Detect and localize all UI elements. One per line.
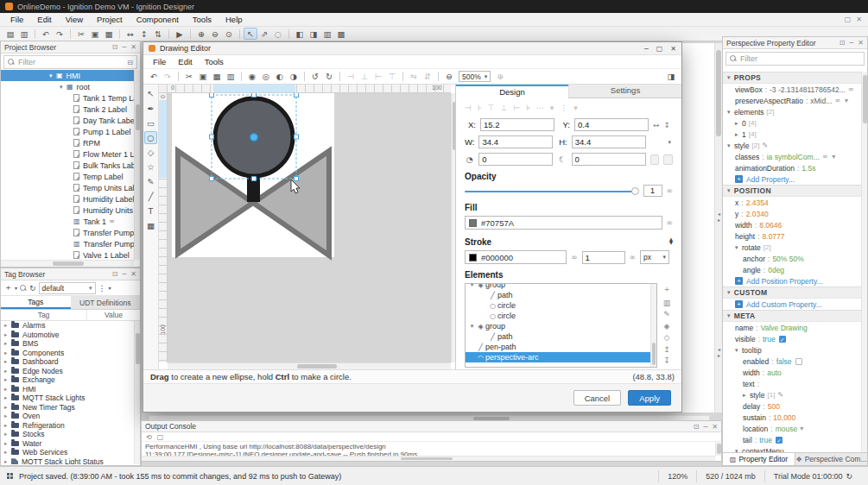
add-property-row[interactable]: +Add Custom Property... [723,299,861,310]
pointer-icon[interactable]: ↖ [244,28,257,40]
tag-folder-row[interactable]: ▸Stocks [1,430,134,439]
height-input[interactable] [572,135,646,148]
undo-icon[interactable]: ↶ [39,28,53,40]
opacity-slider[interactable] [465,186,639,196]
transform-button[interactable] [663,154,673,165]
property-row-name[interactable]: name:Valve Drawing [723,322,861,333]
align-right-icon[interactable]: ⊢ [371,71,385,83]
float-panel-icon[interactable]: ⊡ [694,423,700,431]
opacity-binding-icon[interactable]: ∞ [667,186,674,195]
chevron-down-icon[interactable]: ▾ [800,425,803,432]
property-row-preserveAspectRatio[interactable]: preserveAspectRatio:xMid...∞▾ [723,95,861,106]
raise-element-icon[interactable]: ↥ [663,345,670,354]
group-element-icon[interactable]: ◈ [664,322,670,331]
expander-icon[interactable]: ▾ [735,244,742,251]
close-panel-icon[interactable]: ✕ [858,39,864,47]
canvas-horizontal-scrollbar[interactable] [168,362,451,369]
select-tool[interactable]: ↖ [144,87,157,100]
undo-icon[interactable]: ↶ [147,71,161,83]
tag-folder-row[interactable]: ▸HMI [1,385,134,394]
property-row-delay[interactable]: delay:500 [723,400,861,412]
dialog-menu-file[interactable]: File [147,55,172,68]
menu-view[interactable]: View [59,13,90,26]
flip-v-icon[interactable]: ⇵ [421,71,434,83]
menu-project[interactable]: Project [90,13,130,26]
expander-icon[interactable]: ▾ [735,347,742,354]
paste-icon[interactable]: ▦ [210,71,224,83]
tag-tree-scrollbar[interactable] [134,321,140,464]
binding-icon[interactable]: ∞ [834,97,842,104]
align-left-icon[interactable]: ⊣ [465,104,472,112]
tree-item[interactable]: RPM [1,137,134,148]
expander-icon[interactable]: ▸ [4,413,11,419]
tree-item[interactable]: Valve 1 Label [1,249,134,260]
splitter-collapse-handle[interactable]: ◂▸ [716,210,722,225]
expander-icon[interactable]: ▾ [60,84,67,91]
expander-icon[interactable]: ▸ [4,440,11,447]
apply-button[interactable]: Apply [628,390,671,406]
property-row-viewBox[interactable]: viewBox:-3 -2.1314811786542...∞ [723,84,861,95]
section-position[interactable]: ▾POSITION [723,185,861,197]
workspace-close-icon[interactable]: ✕ [856,16,862,23]
zoom-in-icon[interactable]: ⊕ [493,71,507,83]
rotate-ccw-icon[interactable]: ↺ [308,71,322,83]
more-h-icon[interactable]: ⋯ [536,104,544,112]
binding-icon[interactable]: ∞ [848,85,856,93]
property-row-contextMenu[interactable]: ▾contextMenu [723,445,861,452]
text-tool[interactable]: T [144,205,157,217]
expander-icon[interactable]: ▸ [4,350,11,356]
expander-icon[interactable]: ▸ [4,394,11,401]
minimize-panel-icon[interactable]: ─ [703,423,707,431]
tag-folder-row[interactable]: ▸Automotive [1,331,134,340]
x-input[interactable] [480,118,554,131]
align-top-icon[interactable]: ⊤ [488,104,495,112]
section-props[interactable]: ▾PROPS [723,72,861,84]
lasso-icon[interactable]: ◌ [271,28,285,40]
stroke-width-binding-icon[interactable]: ∞ [630,253,637,261]
stroke-unit-select[interactable]: px ▾ [640,250,669,264]
tree-item-root[interactable]: ▾▦root [1,81,134,92]
zoom-out-icon[interactable]: ⊖ [442,71,456,83]
menu-tools[interactable]: Tools [186,13,219,26]
expander-icon[interactable]: ▾ [468,283,476,288]
expander-icon[interactable]: ▸ [735,120,742,127]
minimize-panel-icon[interactable]: ─ [122,43,126,51]
expander-icon[interactable]: ▾ [727,109,734,116]
property-row-height[interactable]: height:8.0777 [723,230,861,242]
property-row-x[interactable]: x:2.4354 [723,197,861,208]
property-row-tooltip[interactable]: ▾tooltip [723,344,861,356]
intersect-icon[interactable]: ◐ [273,71,287,83]
dialog-menu-tools[interactable]: Tools [199,55,230,68]
polygon-tool[interactable]: ◇ [144,146,157,159]
refresh-icon[interactable]: ↻ [29,284,36,293]
menu-component[interactable]: Component [130,13,186,26]
float-panel-icon[interactable]: ⊡ [839,39,846,47]
tag-folder-row[interactable]: ▸Water [1,439,134,449]
duplicate-icon[interactable]: ▥ [224,71,238,83]
tag-folder-row[interactable]: ▸MQTT Stack Lights [1,394,134,403]
property-row-y[interactable]: y:2.0340 [723,208,861,219]
tag-folder-row[interactable]: ▸Edge Nodes [1,367,134,376]
center-horizontal-icon[interactable]: ↔ [653,121,660,129]
filter-options-icon[interactable]: ⊟ [127,59,133,66]
console-hscrollbar[interactable] [142,456,715,461]
rect-tool[interactable]: ▭ [144,117,157,129]
property-row-width[interactable]: width:auto [723,367,861,378]
redo-icon[interactable]: ↷ [53,28,67,40]
close-panel-icon[interactable]: ✕ [130,270,136,278]
dialog-minimize-icon[interactable]: ─ [644,45,649,53]
console-log[interactable]: PerformanceHMI , Using base url http://l… [142,442,715,456]
property-row-anchor[interactable]: anchor:50% 50% [723,253,861,264]
expander-icon[interactable]: ▸ [4,376,11,383]
property-row-enabled[interactable]: enabled:false [723,356,861,367]
element-row-path[interactable]: ╱path [466,290,656,300]
center-vertical-icon[interactable]: ↕ [664,121,671,129]
tree-item[interactable]: Day Tank Label [1,115,134,126]
transform-button[interactable] [650,154,660,165]
stroke-style-icon[interactable]: ⧫ [669,237,673,245]
more-options-dropdown-icon[interactable]: ▾ [109,285,111,291]
element-row-pen-path[interactable]: ╱pen-path [466,342,656,352]
element-row-path[interactable]: ╱path [466,331,656,342]
style-icon[interactable]: ✎ [762,142,768,149]
menu-file[interactable]: File [3,13,30,26]
